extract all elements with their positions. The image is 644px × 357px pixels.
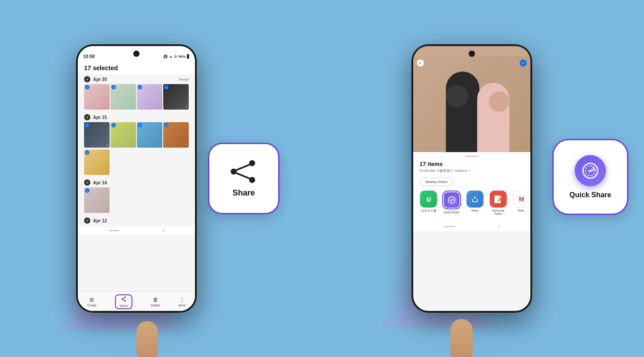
gallery-section-apr20: ✓ Apr 20 Seoul ✓ ⤢ ✓ ⤢ xyxy=(78,74,195,112)
nav-pill xyxy=(109,230,119,231)
app-icon-share xyxy=(466,191,483,208)
svg-point-0 xyxy=(124,297,126,298)
options-link[interactable]: Options > xyxy=(455,169,470,173)
share-svg-icon xyxy=(230,159,257,184)
photo-thumb[interactable]: ✓ ⤢ xyxy=(137,122,162,148)
gallery-section-apr15: ✓ Apr 15 ✓ ⤢ ✓ ⤢ ✓ xyxy=(78,112,195,178)
hero-check-tr: ✓ xyxy=(520,60,527,67)
sheet-count: 17 items xyxy=(419,161,524,167)
nearby-share-button[interactable]: Nearby Share xyxy=(419,178,453,186)
left-phone: 10:59 🔇 ▲ ⊙ 56% ▊ 17 selected xyxy=(76,44,197,313)
photo-grid-apr15-extra: ✓ ⤢ xyxy=(84,149,189,175)
hero-check-tl: ✓ xyxy=(417,60,424,67)
check-badge: ✓ xyxy=(164,123,169,128)
check-badge: ✓ xyxy=(111,85,116,89)
sheet-meta: 52.08 MB 서울특별시 Options > xyxy=(419,168,524,173)
share-button-label: Share xyxy=(119,304,128,307)
person-head-2 xyxy=(489,91,509,112)
share-button[interactable]: Share xyxy=(115,294,132,309)
app-icon-quick-share xyxy=(444,192,459,208)
photo-thumb[interactable]: ✓ ⤢ xyxy=(84,84,110,110)
share-icon xyxy=(121,296,127,303)
section-label-apr20: ✓ Apr 20 Seoul xyxy=(84,76,189,82)
photo-thumb[interactable]: ✓ ⤢ xyxy=(137,84,162,110)
section-label-apr15: ✓ Apr 15 xyxy=(84,114,189,120)
create-icon: ⊞ xyxy=(89,297,94,303)
photo-thumb[interactable]: ✓ ⤢ xyxy=(163,122,189,148)
app-grid: 삼 삼성뉴스룸 xyxy=(419,191,524,215)
status-time-left: 10:59 xyxy=(83,54,95,59)
finger-right xyxy=(450,319,473,357)
svg-point-7 xyxy=(249,177,255,183)
app-item-share[interactable]: Share xyxy=(466,191,484,215)
check-badge: ✓ xyxy=(85,188,89,193)
gallery-section-apr12: ✓ Apr 12 xyxy=(78,216,195,226)
sheet-handle xyxy=(465,156,479,157)
svg-line-8 xyxy=(237,165,249,170)
svg-line-3 xyxy=(123,298,125,299)
photo-grid-apr14: ✓ ⤢ xyxy=(84,187,189,213)
status-icons-left: 🔇 ▲ ⊙ 56% ▊ xyxy=(163,55,190,59)
check-badge: ✓ xyxy=(138,85,142,89)
quick-share-icon-box: Quick Share xyxy=(552,139,628,215)
create-button[interactable]: ⊞ Create xyxy=(87,297,97,307)
app-item-quick-share[interactable]: Quick Share xyxy=(443,191,461,215)
phone-camera-left xyxy=(133,51,140,57)
section-label-apr12: ✓ Apr 12 xyxy=(84,217,189,224)
svg-line-4 xyxy=(123,299,125,300)
nav-back-right[interactable]: ‹ xyxy=(498,224,500,229)
svg-point-2 xyxy=(124,300,126,302)
quick-share-svg xyxy=(580,161,600,181)
photo-thumb[interactable]: ✓ ⤢ xyxy=(163,84,189,110)
nav-pill-right xyxy=(444,226,455,227)
share-sheet: 17 items 52.08 MB 서울특별시 Options > Nearby… xyxy=(413,152,530,222)
check-badge: ✓ xyxy=(111,123,116,128)
check-badge: ✓ xyxy=(85,123,89,128)
photo-thumb[interactable]: ✓ ⤢ xyxy=(84,122,110,148)
more-icon: ⋮ xyxy=(179,297,185,303)
photo-thumb[interactable]: ✓ ⤢ xyxy=(84,187,110,213)
svg-point-5 xyxy=(249,160,255,166)
right-panel: ✓ ✓ 17 items 52.08 MB 서울특별시 Options > Ne… xyxy=(302,0,642,357)
app-item-samsung-news[interactable]: 삼 삼성뉴스룸 xyxy=(419,191,437,215)
app-item-samsung-notes[interactable]: 📝 Samsung Notes xyxy=(489,191,507,215)
delete-icon: 🗑 xyxy=(153,297,158,303)
more-button[interactable]: ⋮ More xyxy=(178,297,186,307)
nav-back[interactable]: ‹ xyxy=(163,228,164,233)
svg-line-9 xyxy=(237,173,249,178)
quick-share-circle-icon xyxy=(575,155,606,187)
check-badge: ✓ xyxy=(138,123,142,128)
finger-shape-left xyxy=(136,321,158,357)
app-icon-samsung-news: 삼 xyxy=(420,191,437,208)
bottom-action-bar: ⊞ Create Shar xyxy=(78,291,195,311)
photo-thumb[interactable]: ✓ ⤢ xyxy=(84,149,110,175)
gallery-section-apr14: ✓ Apr 14 ✓ ⤢ xyxy=(78,178,195,216)
photo-hero: ✓ ✓ xyxy=(413,56,530,152)
nav-bar-left: ‹ xyxy=(78,226,195,235)
finger-left xyxy=(136,321,158,357)
phone-camera-right xyxy=(469,51,475,57)
app-item-gmail[interactable]: M Gmail xyxy=(513,191,524,215)
left-panel: 10:59 🔇 ▲ ⊙ 56% ▊ 17 selected xyxy=(2,0,297,357)
check-badge: ✓ xyxy=(85,150,89,155)
scene: 10:59 🔇 ▲ ⊙ 56% ▊ 17 selected xyxy=(0,0,644,357)
app-icon-samsung-notes: 📝 xyxy=(490,191,507,208)
app-icon-gmail: M xyxy=(513,191,524,208)
check-badge: ✓ xyxy=(164,85,169,89)
svg-point-1 xyxy=(122,298,123,300)
nav-bar-right: ‹ xyxy=(413,222,530,231)
check-circle: ✓ xyxy=(84,217,90,224)
quick-share-label: Quick Share xyxy=(569,191,611,199)
check-badge: ✓ xyxy=(85,85,89,89)
delete-button[interactable]: 🗑 Delete xyxy=(151,297,160,307)
gallery-title: 17 selected xyxy=(84,64,118,72)
photo-thumb[interactable]: ✓ ⤢ xyxy=(110,122,136,148)
person-silhouette-1 xyxy=(446,72,479,152)
photo-grid-apr20: ✓ ⤢ ✓ ⤢ ✓ ⤢ ✓ ⤢ xyxy=(84,84,189,110)
svg-point-6 xyxy=(231,169,237,175)
qs-highlight-border xyxy=(442,191,461,209)
share-icon-label: Share xyxy=(233,188,255,198)
photo-grid-apr15: ✓ ⤢ ✓ ⤢ ✓ ⤢ ✓ ⤢ xyxy=(84,122,189,148)
section-label-apr14: ✓ Apr 14 xyxy=(84,179,189,186)
photo-thumb[interactable]: ✓ ⤢ xyxy=(110,84,136,110)
